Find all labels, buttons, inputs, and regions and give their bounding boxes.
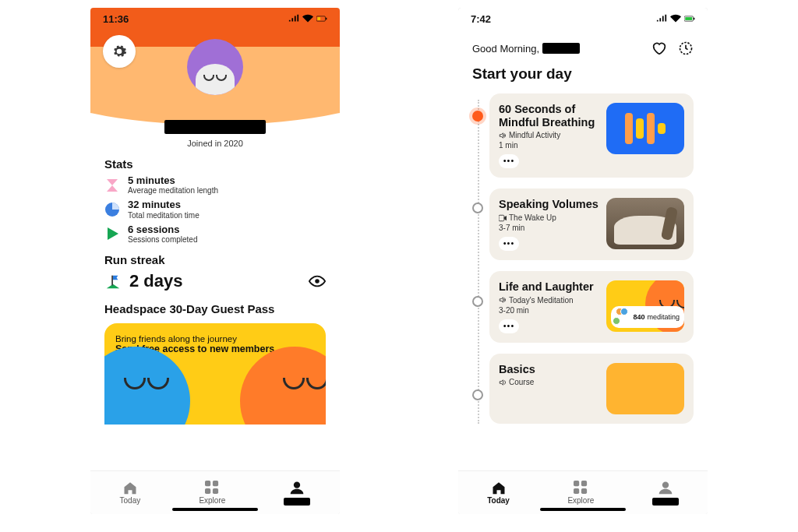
card-subtitle: Mindful Activity <box>499 131 598 139</box>
activity-card[interactable]: Life and Laughter Today's Meditation 3-2… <box>489 271 694 343</box>
wifi-icon <box>670 14 681 23</box>
stat-sessions: 6 sessions Sessions completed <box>104 224 326 244</box>
nav-explore-label: Explore <box>567 496 594 505</box>
nav-profile[interactable] <box>652 481 679 506</box>
svg-rect-1 <box>317 17 320 20</box>
guest-line1: Bring friends along the journey <box>115 334 315 344</box>
home-indicator[interactable] <box>172 508 258 511</box>
svg-point-10 <box>294 481 300 488</box>
card-duration: 1 min <box>499 141 598 150</box>
nav-explore-label: Explore <box>199 496 225 505</box>
stats-heading: Stats <box>104 157 326 171</box>
svg-rect-15 <box>499 215 504 221</box>
today-scroll[interactable]: Good Morning, Start your day 60 Seconds … <box>458 30 708 470</box>
svg-rect-9 <box>213 488 218 494</box>
status-bar: 11:36 <box>90 8 340 30</box>
activity-card[interactable]: Basics Course <box>489 354 694 424</box>
signal-icon <box>288 14 299 23</box>
card-thumbnail <box>606 103 684 154</box>
profile-name-area: Joined in 2020 <box>104 120 326 148</box>
grid-icon <box>573 481 588 495</box>
timeline-node <box>472 203 483 213</box>
guest-heading: Headspace 30-Day Guest Pass <box>104 302 326 315</box>
battery-icon <box>316 14 327 23</box>
redacted-nav-label <box>284 498 310 506</box>
status-time: 7:42 <box>471 13 491 25</box>
card-thumbnail <box>606 363 684 414</box>
home-icon <box>491 481 507 495</box>
svg-rect-13 <box>694 18 694 20</box>
nav-explore[interactable]: Explore <box>199 481 225 505</box>
svg-rect-7 <box>213 481 218 486</box>
svg-rect-12 <box>685 17 692 20</box>
svg-rect-8 <box>205 488 210 494</box>
avatar[interactable] <box>187 39 243 95</box>
svg-rect-6 <box>205 481 210 486</box>
blob-blue <box>104 347 190 425</box>
play-icon <box>104 226 120 241</box>
home-indicator[interactable] <box>540 508 626 511</box>
meditating-badge: 840 meditating <box>611 306 684 328</box>
stat-avg-value: 5 minutes <box>128 175 218 186</box>
flag-icon <box>104 273 122 290</box>
today-title: Start your day <box>472 65 694 83</box>
status-icons <box>288 14 327 23</box>
home-icon <box>122 481 138 495</box>
activity-card[interactable]: 60 Seconds of Mindful Breathing Mindful … <box>489 93 694 178</box>
card-duration: 3-20 min <box>499 306 598 315</box>
timeline-node <box>472 296 483 307</box>
svg-rect-16 <box>574 481 579 486</box>
svg-rect-18 <box>574 488 579 494</box>
activity-card[interactable]: Speaking Volumes The Wake Up 3-7 min ••• <box>489 188 694 260</box>
profile-icon <box>658 481 673 495</box>
audio-icon <box>499 132 507 139</box>
video-icon <box>499 214 507 222</box>
more-button[interactable]: ••• <box>499 237 519 251</box>
history-icon[interactable] <box>678 41 694 56</box>
joined-label: Joined in 2020 <box>104 139 326 148</box>
heart-icon[interactable] <box>651 41 667 55</box>
redacted-name <box>164 120 266 134</box>
card-subtitle: Today's Meditation <box>499 296 598 305</box>
card-thumbnail <box>606 198 684 249</box>
card-thumbnail: 840 meditating <box>606 280 684 332</box>
stat-avg-label: Average meditation length <box>128 186 218 195</box>
pie-icon <box>104 202 120 217</box>
status-bar: 7:42 <box>458 8 708 30</box>
more-button[interactable]: ••• <box>499 154 519 168</box>
profile-scroll[interactable]: Joined in 2020 Stats 5 minutes Average m… <box>90 30 340 470</box>
nav-profile[interactable] <box>284 481 310 506</box>
nav-today-label: Today <box>487 496 510 505</box>
streak-value: 2 days <box>129 271 183 291</box>
svg-rect-2 <box>326 18 327 20</box>
card-title: Basics <box>499 363 598 376</box>
svg-point-20 <box>662 481 669 488</box>
timeline-node <box>472 389 483 400</box>
battery-charging-icon <box>684 14 695 23</box>
settings-button[interactable] <box>103 35 136 68</box>
wifi-icon <box>302 14 313 23</box>
card-title: Life and Laughter <box>499 280 598 294</box>
card-title: 60 Seconds of Mindful Breathing <box>499 103 598 129</box>
audio-icon <box>499 296 507 304</box>
timeline: 60 Seconds of Mindful Breathing Mindful … <box>472 93 694 424</box>
eye-icon[interactable] <box>309 275 326 287</box>
status-icons <box>656 14 695 23</box>
guest-pass-card[interactable]: Bring friends along the journey Send fre… <box>104 323 326 425</box>
card-subtitle: Course <box>499 378 598 386</box>
nav-today[interactable]: Today <box>120 481 141 505</box>
card-subtitle: The Wake Up <box>499 213 598 222</box>
card-title: Speaking Volumes <box>499 198 598 211</box>
more-button[interactable]: ••• <box>499 319 519 333</box>
hourglass-icon <box>104 178 120 193</box>
blob-orange <box>240 347 326 425</box>
nav-explore[interactable]: Explore <box>567 481 594 505</box>
redacted-nav-label <box>652 498 679 506</box>
svg-rect-19 <box>581 488 587 494</box>
streak-heading: Run streak <box>104 253 326 266</box>
nav-today[interactable]: Today <box>487 481 510 505</box>
stat-avg: 5 minutes Average meditation length <box>104 175 326 195</box>
stat-sessions-label: Sessions completed <box>128 235 198 244</box>
svg-rect-4 <box>111 276 113 286</box>
signal-icon <box>656 14 667 23</box>
